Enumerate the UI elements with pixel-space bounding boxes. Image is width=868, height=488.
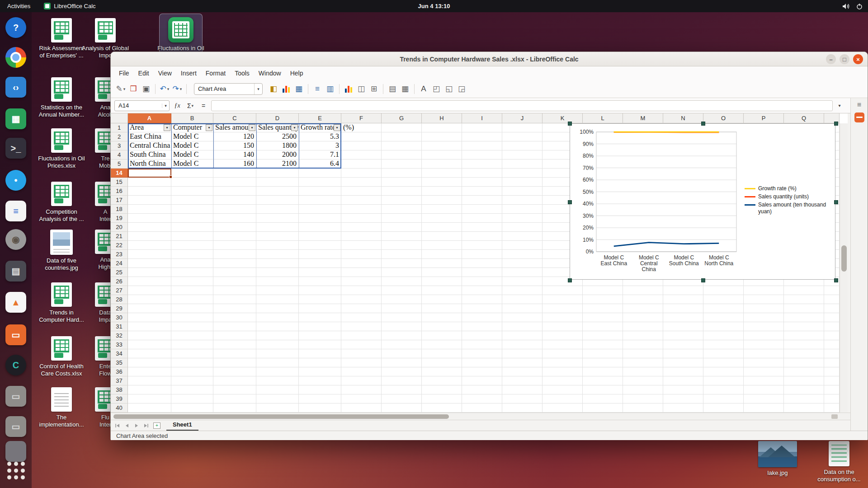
cell-B40[interactable] (171, 404, 213, 413)
cell-A35[interactable] (128, 358, 171, 367)
cell-E35[interactable] (299, 358, 341, 367)
cell-B2[interactable]: Model C (171, 132, 213, 141)
cell-B22[interactable] (171, 241, 213, 250)
cell-A2[interactable]: East China (128, 132, 171, 141)
cell-H3[interactable] (422, 141, 462, 150)
dock-gimp-icon[interactable]: ◉ (4, 228, 28, 251)
cell-G16[interactable] (382, 187, 422, 196)
cell-B32[interactable] (171, 331, 213, 340)
cell-I2[interactable] (462, 132, 502, 141)
cell-E28[interactable] (299, 295, 341, 304)
cell-N33[interactable] (663, 340, 703, 349)
cell-K38[interactable] (542, 385, 583, 394)
horizontal-scrollbar[interactable] (111, 413, 868, 420)
cell-B33[interactable] (171, 340, 213, 349)
cell-K34[interactable] (542, 349, 583, 358)
cell-E32[interactable] (299, 331, 341, 340)
embedded-chart[interactable]: 100%90%80%70%60%50%40%30%20%10%0%Model C… (570, 123, 835, 280)
cell-Q29[interactable] (784, 304, 824, 313)
cell-B39[interactable] (171, 394, 213, 404)
cell-G38[interactable] (382, 385, 422, 394)
cell-A5[interactable]: North China (128, 160, 171, 169)
cell-L40[interactable] (583, 404, 623, 413)
cell-D3[interactable]: 1800 (256, 141, 299, 150)
cell-A37[interactable] (128, 376, 171, 385)
cell-N37[interactable] (663, 376, 703, 385)
cell-H28[interactable] (422, 295, 462, 304)
row-header-23[interactable]: 23 (111, 250, 128, 259)
cell-C3[interactable]: 150 (213, 141, 256, 150)
minimize-button[interactable]: – (826, 54, 836, 64)
cell-B34[interactable] (171, 349, 213, 358)
cell-M27[interactable] (623, 286, 663, 295)
cell-F18[interactable] (341, 205, 382, 214)
cell-Q38[interactable] (784, 385, 824, 394)
column-header-B[interactable]: B (171, 113, 213, 123)
column-header-A[interactable]: A (128, 113, 171, 123)
cell-A36[interactable] (128, 367, 171, 376)
cell-B21[interactable] (171, 232, 213, 241)
cell-B17[interactable] (171, 196, 213, 205)
cell-I17[interactable] (462, 196, 502, 205)
cell-N34[interactable] (663, 349, 703, 358)
cell-A22[interactable] (128, 241, 171, 250)
cell-H21[interactable] (422, 232, 462, 241)
cell-F30[interactable] (341, 313, 382, 322)
cell-A20[interactable] (128, 223, 171, 232)
menu-window[interactable]: Window (254, 68, 286, 79)
cell-H39[interactable] (422, 394, 462, 404)
cell-N40[interactable] (663, 404, 703, 413)
cell-E17[interactable] (299, 196, 341, 205)
cell-Q34[interactable] (784, 349, 824, 358)
cell-D40[interactable] (256, 404, 299, 413)
cell-E3[interactable]: 3 (299, 141, 341, 150)
cell-P27[interactable] (744, 286, 784, 295)
cell-I18[interactable] (462, 205, 502, 214)
cell-Q36[interactable] (784, 367, 824, 376)
autofilter-button-A[interactable]: ▾ (164, 124, 170, 131)
cell-D21[interactable] (256, 232, 299, 241)
column-header-K[interactable]: K (542, 113, 583, 123)
cell-E30[interactable] (299, 313, 341, 322)
cell-O40[interactable] (703, 404, 744, 413)
cell-L28[interactable] (583, 295, 623, 304)
row-header-29[interactable]: 29 (111, 304, 128, 313)
cell-H24[interactable] (422, 259, 462, 268)
cell-J14[interactable] (502, 169, 542, 178)
cell-F17[interactable] (341, 196, 382, 205)
cell-K36[interactable] (542, 367, 583, 376)
cell-H18[interactable] (422, 205, 462, 214)
cell-F39[interactable] (341, 394, 382, 404)
cell-F34[interactable] (341, 349, 382, 358)
cell-P39[interactable] (744, 394, 784, 404)
dock-terminal-icon[interactable]: >_ (4, 136, 28, 160)
chart-selection-handle[interactable] (701, 278, 705, 282)
cell-F38[interactable] (341, 385, 382, 394)
cell-L36[interactable] (583, 367, 623, 376)
row-header-20[interactable]: 20 (111, 223, 128, 232)
cell-F37[interactable] (341, 376, 382, 385)
menu-tools[interactable]: Tools (230, 68, 254, 79)
cell-O35[interactable] (703, 358, 744, 367)
formula-input[interactable] (211, 100, 833, 111)
cell-M34[interactable] (623, 349, 663, 358)
cell-O29[interactable] (703, 304, 744, 313)
cell-E4[interactable]: 7.1 (299, 150, 341, 160)
cell-A17[interactable] (128, 196, 171, 205)
cell-H38[interactable] (422, 385, 462, 394)
cell-J4[interactable] (502, 150, 542, 160)
cell-E22[interactable] (299, 241, 341, 250)
cell-I19[interactable] (462, 214, 502, 223)
cell-J30[interactable] (502, 313, 542, 322)
first-sheet-button[interactable] (113, 422, 122, 430)
cell-D22[interactable] (256, 241, 299, 250)
cell-G4[interactable] (382, 150, 422, 160)
cell-C32[interactable] (213, 331, 256, 340)
cell-G5[interactable] (382, 160, 422, 169)
cell-I39[interactable] (462, 394, 502, 404)
cell-A33[interactable] (128, 340, 171, 349)
cell-M31[interactable] (623, 322, 663, 331)
row-header-14[interactable]: 14 (111, 169, 128, 178)
cell-C16[interactable] (213, 187, 256, 196)
cell-D14[interactable] (256, 169, 299, 178)
